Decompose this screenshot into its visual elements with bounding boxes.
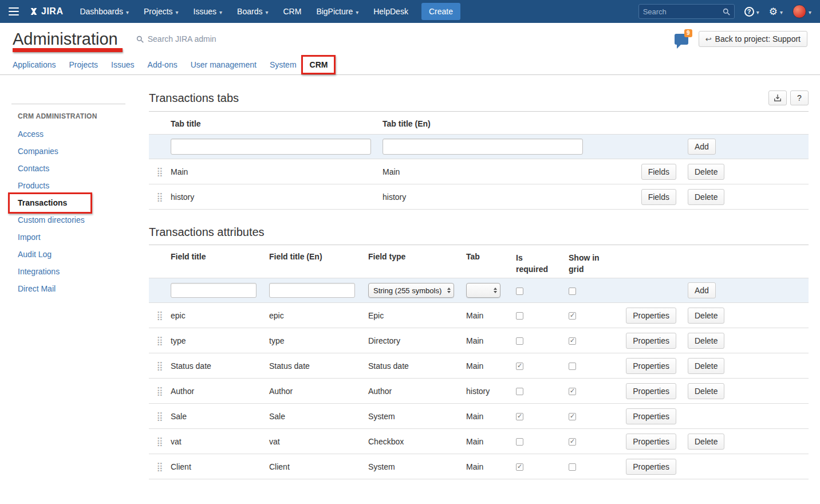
new-field-title-input[interactable] [171,283,257,298]
delete-attribute-button[interactable]: Delete [688,358,724,374]
show-in-grid-checkbox[interactable] [569,438,576,446]
new-is-required-checkbox[interactable] [516,288,523,295]
jira-logo-text: JIRA [41,6,63,17]
sidebar-item-access[interactable]: Access [18,130,126,138]
export-button[interactable] [768,90,787,105]
chevron-down-icon [809,7,811,16]
page-title: Administration [13,30,118,49]
new-field-title-en-input[interactable] [269,283,355,298]
field-tab: Main [466,361,516,371]
drag-handle-icon[interactable] [149,437,171,446]
is-required-checkbox[interactable] [516,312,523,320]
nav-crm[interactable]: CRM [275,0,309,23]
field-type: Author [368,387,466,396]
create-button[interactable]: Create [421,3,460,20]
section-divider [149,111,809,112]
tab-user-management[interactable]: User management [191,60,257,69]
tab-projects[interactable]: Projects [69,60,98,69]
properties-button[interactable]: Properties [626,434,676,450]
nav-boards[interactable]: Boards [230,0,275,23]
quick-search-input[interactable] [643,7,723,16]
drag-handle-icon[interactable] [149,336,171,345]
delete-tab-button[interactable]: Delete [688,164,724,180]
drag-handle-icon[interactable] [149,311,171,320]
help-button[interactable]: ? [790,90,809,105]
delete-attribute-button[interactable]: Delete [688,383,724,399]
sidebar-item-import[interactable]: Import [18,233,126,241]
col-field-title: Field title [171,252,269,261]
delete-attribute-button[interactable]: Delete [688,308,724,324]
is-required-checkbox[interactable] [516,413,523,420]
drag-handle-icon[interactable] [149,167,171,176]
delete-tab-button[interactable]: Delete [688,189,724,205]
drag-handle-icon[interactable] [149,462,171,471]
tab-crm[interactable]: CRM [310,60,328,69]
properties-button[interactable]: Properties [626,408,676,424]
admin-settings-menu[interactable] [769,7,783,17]
sidebar-item-transactions[interactable]: Transactions [18,199,126,207]
sidebar-item-integrations[interactable]: Integrations [18,267,126,275]
show-in-grid-checkbox[interactable] [569,363,576,370]
nav-projects[interactable]: Projects [136,0,186,23]
tab-title: history [171,192,383,202]
is-required-checkbox[interactable] [516,337,523,345]
feedback-bubble-icon[interactable]: 9 [675,34,688,45]
properties-button[interactable]: Properties [626,358,676,374]
nav-helpdesk[interactable]: HelpDesk [366,0,416,23]
sidebar-item-contacts[interactable]: Contacts [18,164,126,172]
nav-bigpicture[interactable]: BigPicture [309,0,366,23]
drag-handle-icon[interactable] [149,412,171,420]
drag-handle-icon[interactable] [149,192,171,201]
drag-handle-icon[interactable] [149,361,171,370]
show-in-grid-checkbox[interactable] [569,388,576,395]
sidebar-item-direct-mail[interactable]: Direct Mail [18,285,126,293]
sidebar-item-companies[interactable]: Companies [18,147,126,155]
search-icon[interactable] [723,8,730,15]
nav-dashboards[interactable]: Dashboards [72,0,136,23]
tab-issues[interactable]: Issues [111,60,134,69]
show-in-grid-checkbox[interactable] [569,312,576,320]
add-tab-button[interactable]: Add [688,139,716,155]
delete-attribute-button[interactable]: Delete [688,333,724,349]
sidebar-item-audit-log[interactable]: Audit Log [18,250,126,258]
sidebar-item-custom-directories[interactable]: Custom directories [18,216,126,224]
drag-handle-icon[interactable] [149,387,171,395]
new-tab-title-en-input[interactable] [383,139,583,155]
tab-add-ons[interactable]: Add-ons [148,60,178,69]
show-in-grid-checkbox[interactable] [569,413,576,420]
show-in-grid-checkbox[interactable] [569,337,576,345]
properties-button[interactable]: Properties [626,308,676,324]
back-to-project-button[interactable]: Back to project: Support [699,31,807,47]
is-required-checkbox[interactable] [516,388,523,395]
new-tab-title-input[interactable] [171,139,371,155]
tab-applications[interactable]: Applications [13,60,56,69]
tab-row: history history Fields Delete [149,184,809,210]
properties-button[interactable]: Properties [626,333,676,349]
properties-button[interactable]: Properties [626,383,676,399]
help-menu[interactable] [744,7,759,17]
fields-button[interactable]: Fields [641,164,676,180]
show-in-grid-checkbox[interactable] [569,463,576,471]
field-type-select[interactable]: String (255 symbols) [368,283,454,298]
col-field-type: Field type [368,252,466,261]
field-title-en: Client [269,462,368,471]
is-required-checkbox[interactable] [516,438,523,446]
is-required-checkbox[interactable] [516,463,523,471]
admin-header-right: 9 Back to project: Support [675,31,807,47]
add-attribute-button[interactable]: Add [688,282,716,298]
sidebar-item-products[interactable]: Products [18,182,126,190]
user-profile-menu[interactable] [793,5,811,18]
admin-search-input[interactable] [148,34,268,44]
properties-button[interactable]: Properties [626,459,676,475]
fields-button[interactable]: Fields [641,189,676,205]
nav-issues[interactable]: Issues [186,0,230,23]
hamburger-menu-icon[interactable] [9,7,19,15]
jira-logo[interactable]: JIRA [29,6,63,17]
is-required-checkbox[interactable] [516,363,523,370]
new-show-in-grid-checkbox[interactable] [569,288,576,295]
tab-select[interactable] [466,283,500,298]
select-arrows-icon [447,288,451,293]
delete-attribute-button[interactable]: Delete [688,434,724,450]
chevron-down-icon [780,7,783,16]
tab-system[interactable]: System [270,60,297,69]
